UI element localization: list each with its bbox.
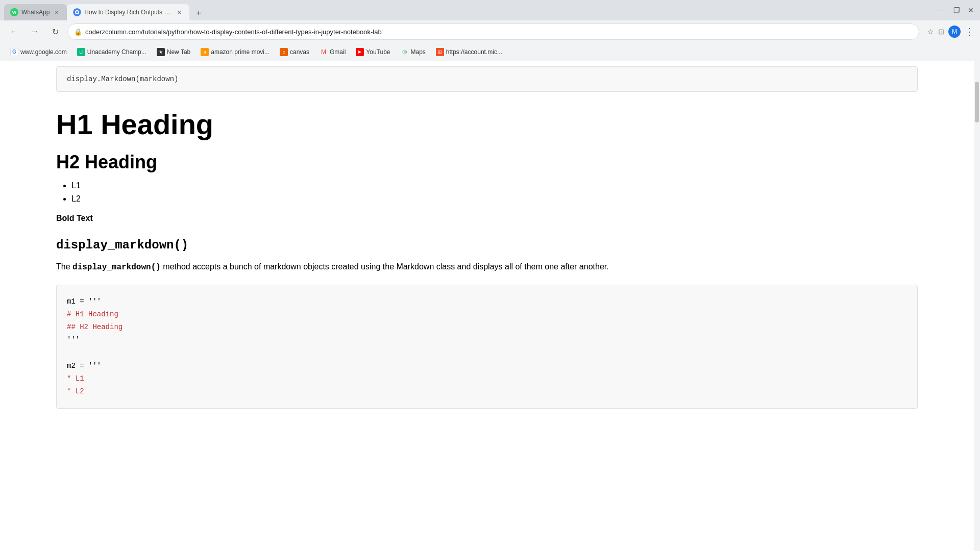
top-code-text: display.Markdown(markdown) bbox=[67, 75, 178, 83]
back-button[interactable]: ← bbox=[6, 23, 22, 40]
bookmark-maps[interactable]: ◎ Maps bbox=[397, 46, 430, 58]
large-code-block: m1 = ''' # H1 Heading ## H2 Heading ''' … bbox=[56, 285, 918, 409]
lock-icon: 🔒 bbox=[74, 28, 82, 36]
bookmark-newtab[interactable]: ★ New Tab bbox=[153, 46, 194, 58]
bookmark-newtab-label: New Tab bbox=[167, 48, 190, 56]
refresh-button[interactable]: ↻ bbox=[47, 23, 63, 40]
extension-icon[interactable]: ⊡ bbox=[938, 28, 944, 36]
profile-icon[interactable]: M bbox=[948, 26, 961, 38]
address-text: coderzcolumn.com/tutorials/python/how-to… bbox=[85, 28, 382, 36]
google-favicon-icon: G bbox=[10, 48, 18, 56]
code-line-5 bbox=[67, 347, 907, 360]
address-bar-row: ← → ↻ 🔒 coderzcolumn.com/tutorials/pytho… bbox=[0, 20, 980, 43]
canvas-favicon-icon: c bbox=[280, 48, 288, 56]
bookmark-maps-label: Maps bbox=[411, 48, 426, 56]
newtab-favicon-icon: ★ bbox=[157, 48, 165, 56]
youtube-favicon-icon: ▶ bbox=[356, 48, 364, 56]
address-bar[interactable]: 🔒 coderzcolumn.com/tutorials/python/how-… bbox=[67, 23, 919, 40]
code-line-3: ## H2 Heading bbox=[67, 321, 907, 334]
code-line-4: ''' bbox=[67, 334, 907, 346]
bookmark-amazon[interactable]: a amazon prime movi... bbox=[197, 46, 274, 58]
code-line-2: # H1 Heading bbox=[67, 308, 907, 321]
address-bar-icons: ☆ ⊡ M ⋮ bbox=[927, 26, 974, 38]
bookmark-microsoft[interactable]: ⊞ https://account.mic... bbox=[432, 46, 506, 58]
code-line-8: * L2 bbox=[67, 385, 907, 398]
bookmark-gmail-label: Gmail bbox=[330, 48, 346, 56]
tab-whatsapp-title: WhatsApp bbox=[21, 9, 50, 16]
unacademy-favicon-icon: U bbox=[77, 48, 85, 56]
tab-coderzcolumn-title: How to Display Rich Outputs (im... bbox=[84, 9, 172, 16]
forward-button[interactable]: → bbox=[27, 23, 43, 40]
maps-favicon-icon: ◎ bbox=[401, 48, 409, 56]
page-wrapper: display.Markdown(markdown) H1 Heading H2… bbox=[0, 61, 980, 551]
top-code-block: display.Markdown(markdown) bbox=[56, 66, 918, 92]
paragraph-inline-code: display_markdown() bbox=[72, 263, 161, 272]
more-options-icon[interactable]: ⋮ bbox=[965, 26, 974, 37]
code-line-1: m1 = ''' bbox=[67, 295, 907, 308]
tab-whatsapp-close-icon[interactable]: ✕ bbox=[53, 8, 61, 16]
code-line-6: m2 = ''' bbox=[67, 360, 907, 372]
bookmark-youtube-label: YouTube bbox=[366, 48, 390, 56]
gmail-favicon-icon: M bbox=[320, 48, 328, 56]
bookmark-gmail[interactable]: M Gmail bbox=[315, 46, 350, 58]
h1-heading: H1 Heading bbox=[56, 107, 918, 141]
list-item-l2: L2 bbox=[71, 194, 918, 204]
code-line-7: * L1 bbox=[67, 372, 907, 385]
bold-text-label: Bold Text bbox=[56, 214, 918, 223]
bookmarks-bar: G www.google.com U Unacademy Champ... ★ … bbox=[0, 43, 980, 61]
bookmark-microsoft-label: https://account.mic... bbox=[446, 48, 502, 56]
bookmark-unacademy-label: Unacademy Champ... bbox=[87, 48, 146, 56]
bookmark-canvas-label: canvas bbox=[290, 48, 309, 56]
tab-whatsapp[interactable]: W WhatsApp ✕ bbox=[4, 4, 67, 20]
svg-point-2 bbox=[76, 11, 78, 13]
coderzcolumn-favicon-icon bbox=[73, 8, 81, 16]
whatsapp-favicon-icon: W bbox=[10, 8, 18, 16]
description-paragraph: The display_markdown() method accepts a … bbox=[56, 260, 918, 274]
bookmark-youtube[interactable]: ▶ YouTube bbox=[352, 46, 394, 58]
paragraph-before: The bbox=[56, 262, 70, 271]
microsoft-favicon-icon: ⊞ bbox=[436, 48, 444, 56]
tab-coderzcolumn-close-icon[interactable]: ✕ bbox=[175, 8, 183, 16]
bookmark-canvas[interactable]: c canvas bbox=[276, 46, 313, 58]
tabs-container: W WhatsApp ✕ How to Display Rich Outputs… bbox=[4, 0, 937, 20]
bookmark-star-icon[interactable]: ☆ bbox=[927, 28, 934, 36]
browser-chrome: W WhatsApp ✕ How to Display Rich Outputs… bbox=[0, 0, 980, 551]
bookmark-amazon-label: amazon prime movi... bbox=[211, 48, 270, 56]
amazon-favicon-icon: a bbox=[201, 48, 209, 56]
section-heading: display_markdown() bbox=[56, 238, 918, 252]
close-window-button[interactable]: ✕ bbox=[966, 5, 976, 15]
list-item-l1: L1 bbox=[71, 181, 918, 190]
new-tab-button[interactable]: + bbox=[191, 6, 206, 20]
page-content: display.Markdown(markdown) H1 Heading H2… bbox=[0, 66, 974, 429]
minimize-button[interactable]: — bbox=[937, 5, 947, 15]
bookmark-unacademy[interactable]: U Unacademy Champ... bbox=[73, 46, 151, 58]
paragraph-after: method accepts a bunch of markdown objec… bbox=[163, 262, 608, 271]
bookmark-google[interactable]: G www.google.com bbox=[6, 46, 71, 58]
window-controls: — ❐ ✕ bbox=[937, 5, 976, 15]
bookmark-google-label: www.google.com bbox=[20, 48, 67, 56]
maximize-button[interactable]: ❐ bbox=[951, 5, 962, 15]
markdown-list: L1 L2 bbox=[71, 181, 918, 204]
tab-coderzcolumn[interactable]: How to Display Rich Outputs (im... ✕ bbox=[67, 4, 189, 20]
scrollbar[interactable] bbox=[974, 61, 980, 551]
scrollbar-thumb[interactable] bbox=[975, 82, 979, 122]
h2-heading: H2 Heading bbox=[56, 152, 918, 173]
title-bar: W WhatsApp ✕ How to Display Rich Outputs… bbox=[0, 0, 980, 20]
